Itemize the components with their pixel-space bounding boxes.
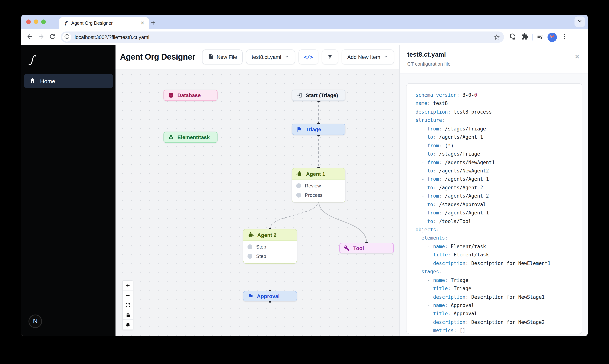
screenshot-stage: ƒ Agent Org Designer ✕ localhost:3002/?f… xyxy=(0,0,609,364)
browser-menu-button[interactable] xyxy=(559,32,569,42)
database-icon xyxy=(168,92,174,98)
minimize-window-button[interactable] xyxy=(34,19,38,24)
yaml-code: schema_version: 3-0-0name: test8descript… xyxy=(407,84,582,334)
sidebar-item-home[interactable]: Home xyxy=(24,74,113,88)
node-header: Agent 1 xyxy=(292,168,345,180)
node-tool[interactable]: Tool xyxy=(339,243,394,253)
code-line: - from: /agents/NewAgent1 xyxy=(415,159,582,168)
file-select-value: test8.ct.yaml xyxy=(252,54,281,60)
browser-tab[interactable]: ƒ Agent Org Designer ✕ xyxy=(59,17,149,29)
sidebar-item-label: Home xyxy=(40,78,55,84)
address-bar[interactable]: localhost:3002/?file=test8.ct.yaml xyxy=(61,31,504,43)
code-line: - name: Approval xyxy=(415,302,582,311)
edge[interactable] xyxy=(270,201,318,229)
tab-search-button[interactable] xyxy=(574,16,585,27)
tab-close-icon[interactable]: ✕ xyxy=(140,20,146,26)
code-line: - from: /agents/Agent 1 xyxy=(415,210,582,218)
node-database[interactable]: Database xyxy=(163,90,217,101)
dev-indicator-badge[interactable]: N xyxy=(28,314,42,328)
row-label: Review xyxy=(305,183,321,189)
forward-button[interactable] xyxy=(35,31,47,43)
url-text: localhost:3002/?file=test8.ct.yaml xyxy=(75,34,492,40)
password-manager-button[interactable] xyxy=(507,32,517,42)
site-info-button[interactable] xyxy=(62,33,71,42)
file-icon xyxy=(208,53,213,61)
panel-close-icon[interactable]: ✕ xyxy=(574,54,580,60)
chevron-down-icon xyxy=(383,54,388,60)
close-window-button[interactable] xyxy=(26,19,31,24)
file-select-dropdown[interactable]: test8.ct.yaml xyxy=(246,50,295,65)
back-icon xyxy=(26,33,33,41)
star-icon xyxy=(492,36,501,43)
node-agent-1[interactable]: Agent 1ReviewProcess xyxy=(292,168,345,202)
node-label: Tool xyxy=(353,245,364,251)
node-label: Element/task xyxy=(177,134,210,140)
node-label: Start (Triage) xyxy=(306,92,338,98)
code-line: to: /stages/Approval xyxy=(415,201,582,210)
code-line: - from: (*) xyxy=(415,143,582,151)
plus-icon xyxy=(148,22,158,28)
node-header: Agent 2 xyxy=(243,229,297,241)
node-row[interactable]: Process xyxy=(292,190,345,200)
robot-icon xyxy=(248,232,254,238)
back-button[interactable] xyxy=(24,31,35,43)
zoom-out-button[interactable] xyxy=(123,290,133,300)
panel-subtitle: CT configuration file xyxy=(407,61,581,67)
node-element-task[interactable]: Element/task xyxy=(163,131,217,143)
app-logo: ƒ xyxy=(30,54,34,65)
yaml-code-card: schema_version: 3-0-0name: test8descript… xyxy=(406,83,582,334)
debug-button[interactable] xyxy=(123,320,133,329)
sidebar: ƒ Home N xyxy=(21,45,116,336)
profile-avatar[interactable] xyxy=(547,32,557,42)
node-triage[interactable]: Triage xyxy=(292,124,345,135)
reload-button[interactable] xyxy=(47,31,58,43)
code-view-button[interactable]: </> xyxy=(299,50,318,65)
code-line: to: /tools/Tool xyxy=(415,218,582,227)
canvas-controls xyxy=(122,280,133,330)
code-line: title: Element/task xyxy=(415,252,582,260)
edge[interactable] xyxy=(318,201,367,243)
bookmark-button[interactable] xyxy=(492,33,501,42)
code-line: structure: xyxy=(415,117,582,126)
tab-favicon-icon: ƒ xyxy=(63,20,68,26)
window-controls[interactable] xyxy=(26,19,46,24)
node-row[interactable]: Step xyxy=(243,242,297,252)
code-line: stages: xyxy=(415,269,582,277)
new-file-button[interactable]: New File xyxy=(202,50,243,65)
flow-canvas[interactable]: DatabaseStart (Triage)TriageElement/task… xyxy=(116,69,399,336)
flag-icon xyxy=(248,293,253,299)
row-status-dot xyxy=(248,244,252,249)
wrench-icon xyxy=(344,245,350,251)
node-row[interactable]: Review xyxy=(292,181,345,190)
code-line: to: /agents/Agent 1 xyxy=(415,134,582,143)
add-new-item-dropdown[interactable]: Add New Item xyxy=(342,50,394,65)
zoom-in-button[interactable] xyxy=(123,281,133,290)
filter-button[interactable] xyxy=(322,50,338,65)
code-line: - name: Element/task xyxy=(415,244,582,252)
lock-toggle-button[interactable] xyxy=(123,310,133,320)
new-tab-button[interactable] xyxy=(148,18,158,28)
config-panel: test8.ct.yaml CT configuration file ✕ sc… xyxy=(399,45,588,336)
robot-icon xyxy=(296,170,303,177)
node-approval[interactable]: Approval xyxy=(243,291,297,301)
extensions-puzzle-icon xyxy=(521,33,528,41)
new-file-label: New File xyxy=(217,54,237,60)
row-label: Step xyxy=(256,253,266,259)
node-label: Approval xyxy=(257,293,279,299)
code-line: title: Triage xyxy=(415,286,582,294)
code-icon: </> xyxy=(304,54,313,60)
node-row[interactable]: Step xyxy=(243,252,297,261)
node-start-triage[interactable]: Start (Triage) xyxy=(292,90,345,101)
fit-view-button[interactable] xyxy=(123,300,133,310)
code-line: elements: xyxy=(415,235,582,244)
media-controls-button[interactable] xyxy=(535,32,545,42)
app-header: Agent Org Designer New File test8.ct.yam… xyxy=(116,45,399,69)
flag-icon xyxy=(296,126,302,132)
extensions-button[interactable] xyxy=(520,32,530,42)
node-label: Agent 2 xyxy=(257,232,277,238)
chevron-down-icon xyxy=(577,18,583,26)
node-agent-2[interactable]: Agent 2StepStep xyxy=(243,229,297,263)
maximize-window-button[interactable] xyxy=(41,19,46,24)
code-line: - from: /agents/Agent 1 xyxy=(415,176,582,185)
info-icon xyxy=(64,34,70,41)
